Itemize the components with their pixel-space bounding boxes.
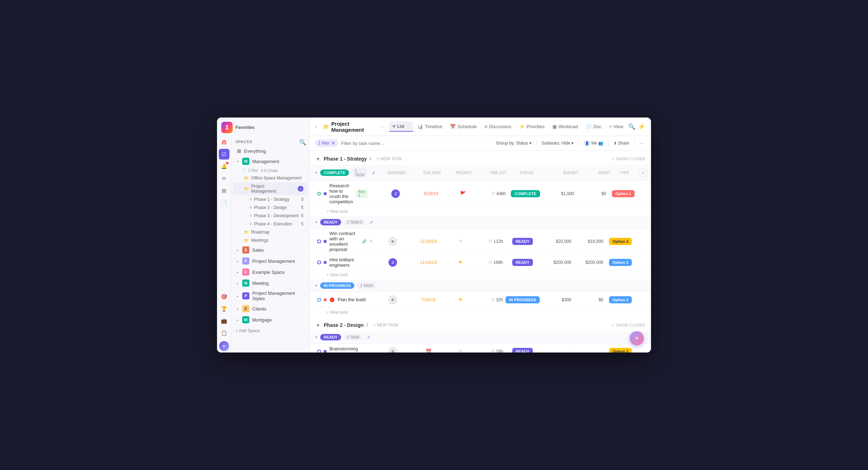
nav-project-management[interactable]: 📁 Project Management ··· +	[233, 182, 308, 195]
group-by-control[interactable]: Group by: Status ▾	[494, 140, 534, 147]
ready-check[interactable]: ✓	[370, 219, 374, 225]
nav-icon-briefcase[interactable]: 💼	[219, 315, 229, 326]
phase2-info[interactable]: ℹ	[366, 323, 368, 328]
search-icon[interactable]: 🔍	[628, 123, 635, 130]
task5-time-icon: ⏱	[491, 349, 495, 353]
task-status-circle[interactable]	[317, 192, 321, 195]
phase1-toggle[interactable]: ▾	[315, 156, 321, 162]
task5-time: 16h	[496, 349, 503, 353]
nav-phase3-dev[interactable]: Phase 3 - Development 5	[233, 212, 308, 220]
task2-type: Option 3	[609, 238, 632, 245]
task5-color	[324, 350, 327, 353]
nav-mortgage[interactable]: ▸ M Mortgage	[233, 314, 308, 325]
list-more[interactable]: ···	[406, 124, 409, 129]
task4-check[interactable]	[317, 298, 321, 302]
subtasks-chevron: ▾	[571, 141, 573, 146]
nav-icon-bell[interactable]: 🔔	[219, 161, 229, 172]
filter-count: 1 filter	[318, 141, 330, 146]
nav-icon-home[interactable]	[219, 137, 229, 147]
phase1-complete-new-task[interactable]: + New task	[309, 207, 651, 216]
tab-list[interactable]: ≡ List ···	[389, 121, 413, 132]
nav-phase4-exec[interactable]: Phase 4 - Execution 5	[233, 220, 308, 228]
me-avatar: 👤	[584, 140, 590, 146]
task3-check[interactable]	[317, 261, 321, 264]
more-options-btn[interactable]: ···	[637, 140, 645, 147]
task4-name: Plan the build	[338, 297, 366, 302]
phase2-show-closed[interactable]: ✓ SHOW CLOSED	[612, 323, 645, 328]
schedule-icon: 📅	[450, 124, 456, 129]
task1-spent: $0	[602, 191, 606, 196]
nav-roadmap[interactable]: 📁 Roadmap	[233, 228, 308, 236]
phase2-header: ▾ Phase 2 - Design ℹ + NEW TASK ✓ SHOW C…	[309, 317, 651, 331]
nav-meeting[interactable]: ▸ M Meeting	[233, 278, 308, 288]
nav-phase1-strategy[interactable]: Phase 1 - Strategy 3	[233, 195, 308, 203]
phase2-ready-check[interactable]: ✓	[367, 334, 371, 340]
nav-sales[interactable]: ▸ S Sales	[233, 245, 308, 255]
phase1-info[interactable]: ℹ	[370, 156, 371, 161]
subtasks-control[interactable]: Subtasks: Hide ▾	[540, 140, 576, 147]
nav-icon-docs[interactable]: 📄	[219, 197, 229, 208]
tab-timeline[interactable]: 📊 Timeline	[414, 122, 446, 131]
spaces-search-icon[interactable]: 🔍	[299, 139, 305, 145]
task2-check[interactable]	[317, 240, 321, 243]
page-folder-icon: 📁	[323, 124, 329, 130]
nav-icon-inbox[interactable]: ✉	[219, 173, 229, 184]
task2-due: 11/16/19	[420, 239, 437, 244]
user-avatar[interactable]: D	[219, 341, 229, 351]
filter-input[interactable]	[341, 141, 491, 146]
app-logo[interactable]	[221, 122, 233, 133]
pm-more-dots[interactable]: ···	[293, 187, 296, 191]
page-more-btn[interactable]: ···	[380, 124, 385, 130]
nav-icon-calendar[interactable]: 📋	[219, 328, 229, 338]
tab-discussion[interactable]: # Discussion	[481, 122, 515, 131]
complete-check[interactable]: ✓	[372, 170, 376, 176]
phase2-new-task-btn[interactable]: + NEW TASK	[371, 322, 401, 328]
doc-icon: 📄	[586, 124, 592, 129]
nav-icon-tasks[interactable]: ☑	[219, 149, 229, 160]
phase2-toggle[interactable]: ▾	[315, 322, 321, 328]
nav-everything-label: Everything	[244, 148, 303, 154]
nav-pm-styles[interactable]: ▸ P Project Management Styles	[233, 289, 308, 303]
nav-icon-dashboard[interactable]: ▦	[219, 185, 229, 196]
phase1-new-task-btn[interactable]: + NEW TASK	[374, 156, 404, 162]
tab-doc[interactable]: 📄 Doc	[582, 122, 605, 131]
ready-chevron[interactable]: ▾	[315, 220, 317, 225]
share-btn[interactable]: ⬆ Share	[612, 140, 631, 147]
task5-check[interactable]	[317, 350, 321, 353]
sidebar-toggle[interactable]: ‹	[315, 124, 322, 130]
nav-clients[interactable]: ▸ C Clients	[233, 303, 308, 314]
nav-meetings[interactable]: 📁 Meetings	[233, 236, 308, 244]
phase1-show-closed[interactable]: ✓ SHOW CLOSED	[612, 157, 645, 161]
lightning-icon[interactable]: ⚡	[638, 123, 645, 130]
tab-schedule[interactable]: 📅 Schedule	[446, 122, 480, 131]
nav-example-space[interactable]: ▸ E Example Space	[233, 267, 308, 277]
nav-item-everything[interactable]: ⊞ Everything	[233, 146, 308, 156]
management-avatar: M	[242, 158, 249, 165]
nav-icon-goals[interactable]: 🎯	[219, 291, 229, 302]
fab-btn[interactable]: +	[630, 331, 644, 345]
phase2-ready-chevron[interactable]: ▾	[315, 335, 317, 340]
pm-add-btn[interactable]: +	[298, 186, 303, 192]
clients-avatar: C	[242, 305, 249, 312]
nav-icon-trophy[interactable]: 🏆	[219, 303, 229, 314]
nav-pm-space[interactable]: ▸ P Project Management	[233, 256, 308, 266]
task5-due-icon: 📅	[425, 349, 432, 353]
add-col-btn[interactable]: +	[639, 168, 647, 177]
filter-tag[interactable]: 1 filter ✕	[315, 139, 338, 147]
tab-add-view[interactable]: + View	[606, 122, 627, 131]
complete-chevron[interactable]: ▾	[315, 170, 317, 175]
tab-workload[interactable]: ▦ Workload	[549, 122, 582, 131]
share-icon: ⬆	[614, 141, 617, 146]
nav-office-space[interactable]: 📁 Office Space Management	[233, 174, 308, 182]
me-btn[interactable]: 👤 Me 👥	[582, 139, 605, 147]
task2-status: READY	[512, 238, 533, 245]
inprogress-chevron[interactable]: ▾	[315, 283, 317, 288]
phase1-inprogress-new-task[interactable]: + New task	[309, 308, 651, 317]
nav-phase2-design[interactable]: Phase 2 - Design 5	[233, 204, 308, 212]
add-space-btn[interactable]: + Add Space	[231, 325, 309, 336]
filter-remove-btn[interactable]: ✕	[331, 140, 335, 146]
sidebar-nav: Spaces 🔍 ⊞ Everything ▾ M Management 📄 1…	[231, 135, 309, 352]
phase1-ready-new-task[interactable]: + New task	[309, 270, 651, 280]
tab-priorities[interactable]: ⚡ Priorities	[515, 122, 548, 131]
nav-item-management[interactable]: ▾ M Management	[233, 156, 308, 167]
